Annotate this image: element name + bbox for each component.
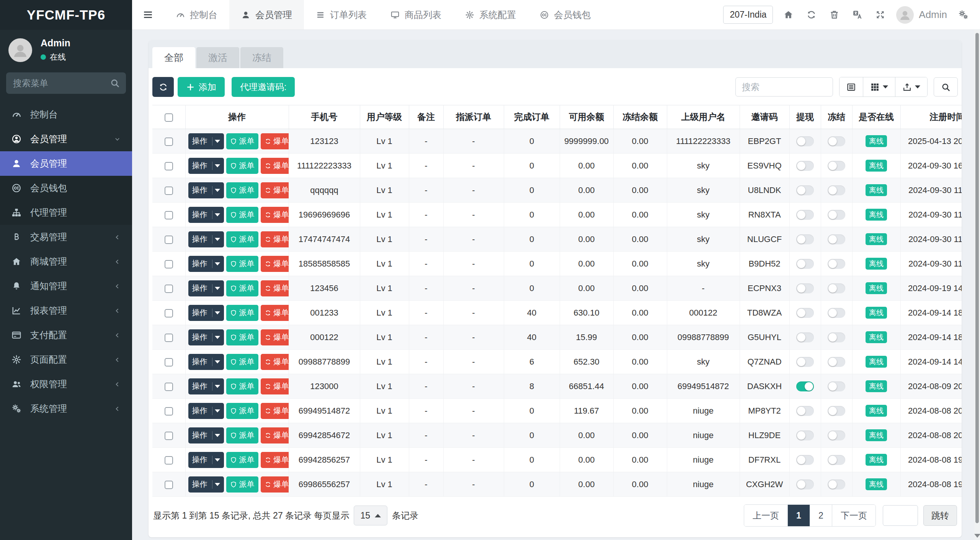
row-checkbox[interactable] (165, 309, 173, 317)
tab-冻结[interactable]: 冻结 (240, 47, 283, 68)
freeze-toggle[interactable] (828, 308, 845, 318)
freeze-toggle[interactable] (828, 283, 845, 293)
row-checkbox[interactable] (165, 211, 173, 219)
row-actions-dropdown[interactable]: 操作 (188, 231, 224, 247)
navbar-user-menu[interactable]: Admin (892, 6, 952, 24)
row-actions-dropdown[interactable]: 操作 (188, 403, 224, 419)
burst-order-button[interactable]: 爆单 (261, 403, 289, 419)
row-actions-dropdown[interactable]: 操作 (188, 133, 224, 149)
scrollbar-down-arrow[interactable] (974, 534, 980, 538)
row-checkbox[interactable] (165, 260, 173, 268)
burst-order-button[interactable]: 爆单 (261, 329, 289, 345)
withdraw-toggle[interactable] (796, 332, 814, 342)
row-actions-dropdown[interactable]: 操作 (188, 256, 224, 272)
navbar-tab[interactable]: 会员钱包 (528, 0, 603, 29)
row-checkbox[interactable] (165, 481, 173, 489)
page-number-button[interactable]: 2 (810, 505, 832, 526)
sidebar-item[interactable]: 交易管理 (0, 225, 132, 249)
refresh-button[interactable] (152, 77, 174, 97)
sidebar-item[interactable]: 控制台 (0, 102, 132, 127)
settings-gears-button[interactable] (952, 0, 975, 30)
sidebar-subitem[interactable]: 代理管理 (0, 200, 132, 225)
export-button[interactable] (895, 77, 927, 97)
freeze-toggle[interactable] (828, 136, 845, 146)
jump-page-input[interactable] (883, 505, 918, 526)
jump-button[interactable]: 跳转 (923, 505, 957, 526)
withdraw-toggle[interactable] (796, 259, 814, 269)
dispatch-order-button[interactable]: 派单 (226, 329, 258, 345)
table-search-input[interactable] (735, 77, 833, 97)
row-checkbox[interactable] (165, 162, 173, 170)
dispatch-order-button[interactable]: 派单 (226, 207, 258, 223)
burst-order-button[interactable]: 爆单 (261, 378, 289, 394)
navbar-tab[interactable]: 会员管理 (229, 0, 304, 29)
region-select[interactable]: 207-India (723, 6, 773, 24)
dispatch-order-button[interactable]: 派单 (226, 476, 258, 493)
withdraw-toggle[interactable] (796, 381, 814, 391)
row-checkbox[interactable] (165, 285, 173, 293)
freeze-toggle[interactable] (828, 259, 845, 269)
dispatch-order-button[interactable]: 派单 (226, 378, 258, 394)
freeze-toggle[interactable] (828, 210, 845, 220)
burst-order-button[interactable]: 爆单 (261, 452, 289, 468)
withdraw-toggle[interactable] (796, 283, 814, 293)
trash-button[interactable] (823, 0, 846, 30)
freeze-toggle[interactable] (828, 381, 845, 391)
burst-order-button[interactable]: 爆单 (261, 207, 289, 223)
withdraw-toggle[interactable] (796, 234, 814, 244)
burst-order-button[interactable]: 爆单 (261, 133, 289, 149)
row-checkbox[interactable] (165, 383, 173, 391)
dispatch-order-button[interactable]: 派单 (226, 280, 258, 296)
toggle-view-button[interactable] (840, 77, 863, 97)
burst-order-button[interactable]: 爆单 (261, 231, 289, 247)
withdraw-toggle[interactable] (796, 455, 814, 465)
row-checkbox[interactable] (165, 456, 173, 465)
navbar-tab[interactable]: 订单列表 (304, 0, 379, 29)
dispatch-order-button[interactable]: 派单 (226, 256, 258, 272)
dispatch-order-button[interactable]: 派单 (226, 427, 258, 443)
agent-invite-code-button[interactable]: 代理邀请码: (232, 77, 295, 97)
dispatch-order-button[interactable]: 派单 (226, 452, 258, 468)
next-page-button[interactable]: 下一页 (832, 505, 875, 526)
withdraw-toggle[interactable] (796, 136, 814, 146)
page-size-select[interactable]: 15 (354, 506, 387, 525)
sidebar-subitem[interactable]: 会员钱包 (0, 176, 132, 200)
burst-order-button[interactable]: 爆单 (261, 280, 289, 296)
sidebar-item[interactable]: 权限管理 (0, 372, 132, 396)
withdraw-toggle[interactable] (796, 357, 814, 367)
tab-全部[interactable]: 全部 (152, 47, 195, 68)
home-button[interactable] (777, 0, 800, 30)
dispatch-order-button[interactable]: 派单 (226, 354, 258, 370)
row-checkbox[interactable] (165, 432, 173, 440)
row-actions-dropdown[interactable]: 操作 (188, 427, 224, 443)
sidebar-item[interactable]: 会员管理 (0, 127, 132, 151)
freeze-toggle[interactable] (828, 332, 845, 342)
search-icon[interactable] (110, 78, 120, 88)
navbar-tab[interactable]: 控制台 (164, 0, 229, 29)
freeze-toggle[interactable] (828, 430, 845, 440)
sidebar-item[interactable]: 页面配置 (0, 347, 132, 372)
burst-order-button[interactable]: 爆单 (261, 158, 289, 174)
row-actions-dropdown[interactable]: 操作 (188, 354, 224, 370)
dispatch-order-button[interactable]: 派单 (226, 305, 258, 321)
row-checkbox[interactable] (165, 236, 173, 244)
sidebar-item[interactable]: 系统管理 (0, 396, 132, 421)
expand-button[interactable] (869, 0, 892, 30)
burst-order-button[interactable]: 爆单 (261, 476, 289, 493)
sidebar-item[interactable]: 支付配置 (0, 323, 132, 347)
columns-button[interactable] (863, 77, 895, 97)
row-actions-dropdown[interactable]: 操作 (188, 280, 224, 296)
translate-button[interactable] (846, 0, 869, 30)
row-checkbox[interactable] (165, 358, 173, 367)
freeze-toggle[interactable] (828, 234, 845, 244)
sidebar-toggle-button[interactable] (132, 0, 164, 29)
row-actions-dropdown[interactable]: 操作 (188, 158, 224, 174)
row-actions-dropdown[interactable]: 操作 (188, 476, 224, 493)
row-checkbox[interactable] (165, 187, 173, 195)
freeze-toggle[interactable] (828, 406, 845, 416)
burst-order-button[interactable]: 爆单 (261, 354, 289, 370)
withdraw-toggle[interactable] (796, 185, 814, 195)
withdraw-toggle[interactable] (796, 430, 814, 440)
dispatch-order-button[interactable]: 派单 (226, 231, 258, 247)
sidebar-subitem[interactable]: 会员管理 (0, 151, 132, 176)
